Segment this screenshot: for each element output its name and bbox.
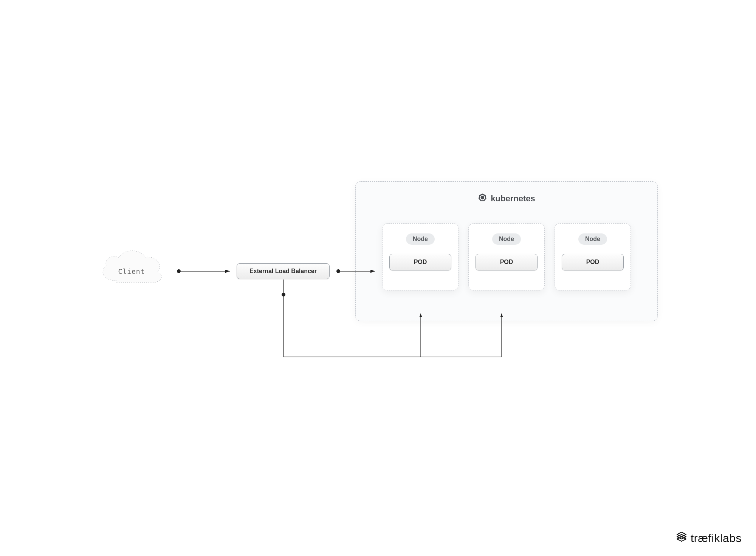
external-load-balancer: External Load Balancer [237, 263, 330, 279]
node-badge: Node [578, 233, 607, 245]
brand-text-2: labs [720, 532, 742, 544]
pod: POD [389, 254, 451, 270]
kubernetes-icon [478, 193, 487, 204]
pod: POD [476, 254, 538, 270]
node-badge: Node [406, 233, 435, 245]
kubernetes-label: kubernetes [491, 194, 535, 204]
node-badge: Node [492, 233, 521, 245]
brand-logo: træfiklabs [675, 531, 742, 545]
svg-point-4 [282, 293, 285, 297]
node-2: Node POD [468, 223, 545, 290]
load-balancer-label: External Load Balancer [249, 268, 317, 275]
client-label: Client [118, 267, 145, 275]
brand-text-1: træfik [691, 532, 720, 544]
kubernetes-cluster: kubernetes Node POD Node POD Node POD [355, 181, 658, 321]
node-1: Node POD [382, 223, 459, 290]
pod: POD [562, 254, 624, 270]
svg-point-2 [336, 269, 340, 273]
client-cloud: Client [96, 245, 167, 290]
traefik-icon [675, 531, 688, 545]
kubernetes-title: kubernetes [478, 193, 535, 204]
nodes-row: Node POD Node POD Node POD [356, 223, 657, 290]
svg-point-0 [177, 269, 181, 273]
node-3: Node POD [555, 223, 631, 290]
